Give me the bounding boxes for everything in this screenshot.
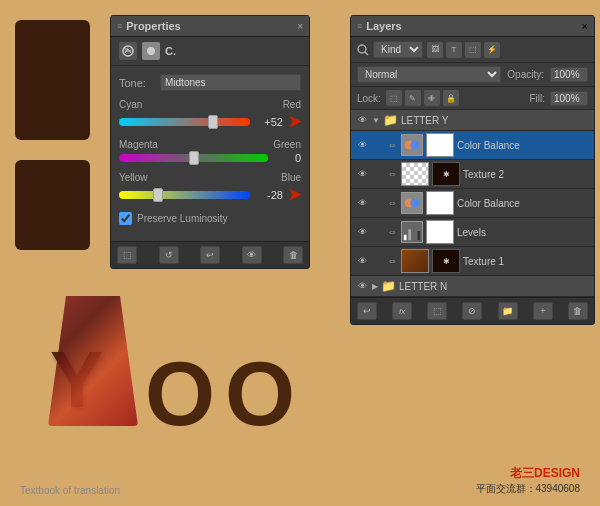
- svg-line-3: [365, 52, 368, 55]
- cb1-icon: [401, 134, 423, 156]
- search-icon: [357, 44, 369, 56]
- layers-blend-row: Normal Opacity:: [351, 63, 594, 87]
- lock-image-btn[interactable]: ✎: [405, 90, 421, 106]
- search-icons-row: 🖼 T ⬚ ⚡: [427, 42, 500, 58]
- yellow-blue-slider-row: Yellow Blue -28 ➤: [119, 172, 301, 204]
- tex1-name: Texture 1: [463, 256, 590, 267]
- layers-close-btn[interactable]: ×: [582, 20, 588, 32]
- cyan-red-slider-row: Cyan Red +52 ➤: [119, 99, 301, 131]
- brand-group: 平面交流群：43940608: [476, 482, 581, 496]
- lock-transparent-btn[interactable]: ⬚: [386, 90, 402, 106]
- opacity-input[interactable]: [550, 67, 588, 82]
- green-label: Green: [273, 139, 301, 150]
- link-cb1: ⇔: [389, 141, 396, 150]
- magenta-green-value: 0: [273, 152, 301, 164]
- cb1-mask: [426, 133, 454, 157]
- layers-btn-group[interactable]: 📁: [498, 302, 518, 320]
- dark-letter-left: [15, 20, 90, 140]
- tex2-name: Texture 2: [463, 169, 590, 180]
- cyan-red-arrow: ➤: [288, 112, 301, 131]
- tone-select[interactable]: Midtones: [160, 74, 301, 91]
- blend-mode-select[interactable]: Normal: [357, 66, 501, 83]
- properties-title: Properties: [126, 20, 180, 32]
- properties-titlebar: ≡ Properties ×: [111, 16, 309, 37]
- properties-btn-eye[interactable]: 👁: [242, 246, 262, 264]
- eye-levels[interactable]: 👁: [355, 225, 369, 239]
- properties-btn-redo[interactable]: ↩: [200, 246, 220, 264]
- textbook-label: Textbook of translation: [20, 485, 120, 496]
- properties-drag-handle: ≡: [117, 21, 122, 31]
- layers-btn-fx[interactable]: fx: [392, 302, 412, 320]
- cb1-name: Color Balance: [457, 140, 590, 151]
- eye-tex2[interactable]: 👁: [355, 167, 369, 181]
- red-label: Red: [283, 99, 301, 110]
- group-letter-y[interactable]: 👁 ▼ 📁 LETTER Y: [351, 110, 594, 131]
- link-tex2: ⇔: [389, 170, 396, 179]
- lock-all-btn[interactable]: 🔒: [443, 90, 459, 106]
- layers-search-row: Kind 🖼 T ⬚ ⚡: [351, 37, 594, 63]
- tex2-thumb: [401, 162, 429, 186]
- layer-texture-1[interactable]: 👁 ⇔ ✱ Texture 1: [351, 247, 594, 276]
- layer-color-balance-1[interactable]: 👁 ⇔ Color Balance: [351, 131, 594, 160]
- lock-icons: ⬚ ✎ ✙ 🔒: [386, 90, 459, 106]
- properties-btn-layer[interactable]: ⬚: [117, 246, 137, 264]
- search-icon-image[interactable]: 🖼: [427, 42, 443, 58]
- layers-btn-mask[interactable]: ⬚: [427, 302, 447, 320]
- properties-panel: ≡ Properties × C. Tone: Midtones Cyan Re…: [110, 15, 310, 269]
- magenta-green-track[interactable]: [119, 154, 268, 162]
- search-icon-effect[interactable]: ⚡: [484, 42, 500, 58]
- cb2-icon: [401, 192, 423, 214]
- layers-btn-delete[interactable]: 🗑: [568, 302, 588, 320]
- magenta-label: Magenta: [119, 139, 158, 150]
- eye-tex1[interactable]: 👁: [355, 254, 369, 268]
- chevron-y: ▼: [372, 116, 380, 125]
- svg-rect-10: [413, 226, 416, 241]
- group-letter-n[interactable]: 👁 ▶ 📁 LETTER N: [351, 276, 594, 297]
- brand-area: 老三DESIGN 平面交流群：43940608: [476, 465, 581, 496]
- search-icon-adjust[interactable]: ⬚: [465, 42, 481, 58]
- chevron-n: ▶: [372, 282, 378, 291]
- search-icon-text[interactable]: T: [446, 42, 462, 58]
- food-texture-y: [48, 296, 138, 426]
- lock-position-btn[interactable]: ✙: [424, 90, 440, 106]
- kind-select[interactable]: Kind: [373, 41, 423, 58]
- tex2-mask: ✱: [432, 162, 460, 186]
- tex1-mask: ✱: [432, 249, 460, 273]
- cyan-red-value: +52: [255, 116, 283, 128]
- preserve-checkbox[interactable]: [119, 212, 132, 225]
- eye-cb2[interactable]: 👁: [355, 196, 369, 210]
- layers-btn-adjust[interactable]: ⊘: [462, 302, 482, 320]
- properties-close-btn[interactable]: ×: [297, 21, 303, 32]
- link-cb2: ⇔: [389, 199, 396, 208]
- layer-levels[interactable]: 👁 ⇔ Levels: [351, 218, 594, 247]
- cb2-name: Color Balance: [457, 198, 590, 209]
- levels-mask: [426, 220, 454, 244]
- yellow-blue-track[interactable]: [119, 191, 250, 199]
- cb2-mask: [426, 191, 454, 215]
- cyan-label: Cyan: [119, 99, 142, 110]
- tex1-thumb: [401, 249, 429, 273]
- eye-group-y[interactable]: 👁: [355, 113, 369, 127]
- svg-point-5: [410, 140, 419, 149]
- blue-label: Blue: [281, 172, 301, 183]
- properties-btn-delete[interactable]: 🗑: [283, 246, 303, 264]
- levels-name: Levels: [457, 227, 590, 238]
- layers-btn-link[interactable]: ↩: [357, 302, 377, 320]
- eye-group-n[interactable]: 👁: [355, 279, 369, 293]
- eye-cb1[interactable]: 👁: [355, 138, 369, 152]
- svg-point-2: [358, 45, 366, 53]
- layers-title: Layers: [366, 20, 401, 32]
- properties-icon-layer[interactable]: [142, 42, 160, 60]
- layers-btn-new[interactable]: +: [533, 302, 553, 320]
- layer-texture-2[interactable]: 👁 ⇔ ✱ Texture 2: [351, 160, 594, 189]
- svg-point-1: [147, 47, 155, 55]
- properties-icon-balance[interactable]: [119, 42, 137, 60]
- cyan-red-track[interactable]: [119, 118, 250, 126]
- properties-icons-row: C.: [111, 37, 309, 66]
- fill-input[interactable]: [550, 91, 588, 106]
- yellow-blue-value: -28: [255, 189, 283, 201]
- properties-btn-undo[interactable]: ↺: [159, 246, 179, 264]
- properties-content: Tone: Midtones Cyan Red +52 ➤ Magenta: [111, 66, 309, 241]
- svg-rect-8: [404, 235, 407, 240]
- layer-color-balance-2[interactable]: 👁 ⇔ Color Balance: [351, 189, 594, 218]
